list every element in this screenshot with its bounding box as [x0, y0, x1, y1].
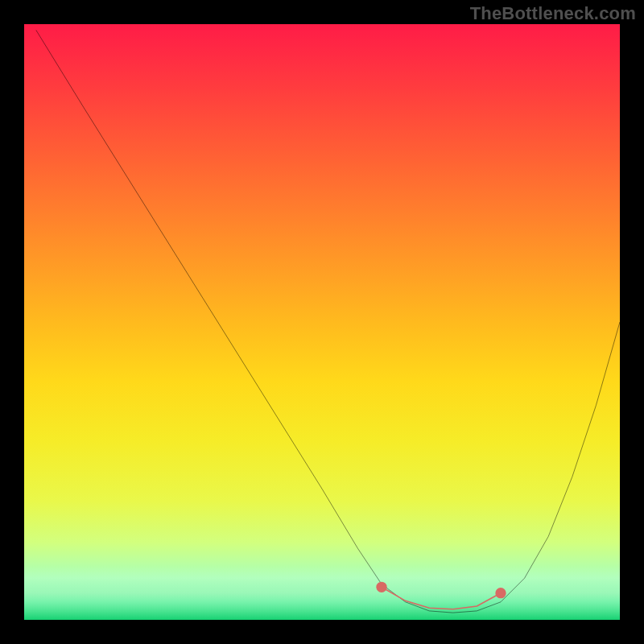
curve-path — [36, 30, 620, 613]
chart-frame: TheBottleneck.com — [0, 0, 644, 644]
watermark-text: TheBottleneck.com — [470, 3, 636, 24]
thick-segment-path — [382, 587, 501, 609]
chart-svg — [24, 24, 620, 620]
plot-area — [24, 24, 620, 620]
marker-start — [376, 582, 386, 592]
marker-end — [495, 588, 506, 598]
